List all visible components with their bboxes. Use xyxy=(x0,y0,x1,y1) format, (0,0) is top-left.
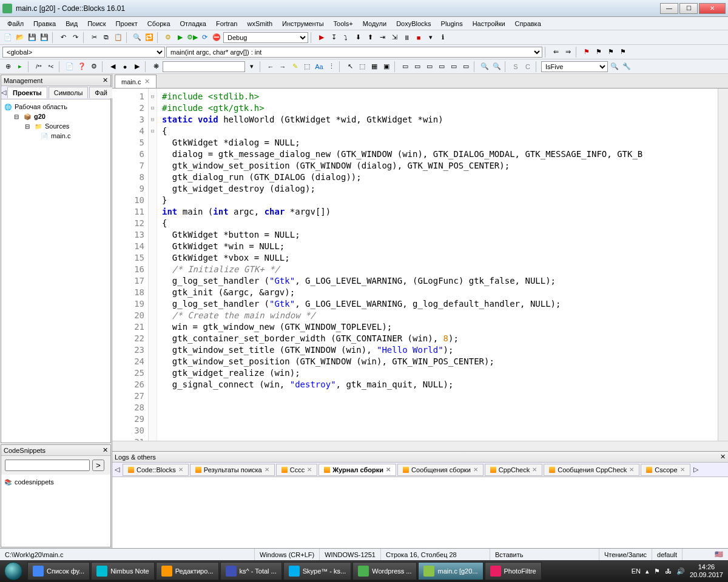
search-dd-icon[interactable]: ▾ xyxy=(246,61,257,72)
log-tab-close-icon[interactable]: ✕ xyxy=(532,466,537,473)
bookmark-next-icon[interactable]: ⚑ xyxy=(605,47,616,58)
jump-fwd-icon[interactable]: ▶ xyxy=(132,61,143,72)
expand-icon[interactable]: ⊟ xyxy=(12,112,21,121)
function-combo[interactable]: main(int argc, char* argv[]) : int xyxy=(166,47,542,58)
bookmark-clear-icon[interactable]: ⚑ xyxy=(618,47,629,58)
snippets-tree[interactable]: 📚codesnippets xyxy=(1,475,110,547)
taskbar-item[interactable]: PhotoFiltre xyxy=(485,562,542,580)
replace-icon[interactable]: 🔁 xyxy=(144,32,155,43)
menu-поиск[interactable]: Поиск xyxy=(83,18,110,29)
tray-flag-icon[interactable]: ⚑ xyxy=(654,567,660,575)
break-icon[interactable]: ⏸ xyxy=(401,32,412,43)
comment-block-icon[interactable]: /** xyxy=(33,61,44,72)
tray-lang[interactable]: EN xyxy=(632,567,641,575)
snippets-search-input[interactable] xyxy=(5,460,90,471)
menu-tools+[interactable]: Tools+ xyxy=(329,18,358,29)
redo-icon[interactable]: ↷ xyxy=(70,32,81,43)
run-icon[interactable]: ▶ xyxy=(175,32,186,43)
grid-icon[interactable]: ▦ xyxy=(369,61,380,72)
s-icon[interactable]: S xyxy=(510,61,521,72)
menu-проект[interactable]: Проект xyxy=(111,18,143,29)
taskbar-item[interactable]: Nimbus Note xyxy=(91,562,155,580)
debug-stop-icon[interactable]: ■ xyxy=(413,32,424,43)
tab-close-icon[interactable]: ✕ xyxy=(144,78,150,85)
hl-select-icon[interactable]: ⬚ xyxy=(302,61,312,72)
code-area[interactable]: #include <stdlib.h>#include <gtk/gtk.h>s… xyxy=(157,89,718,441)
taskbar-item[interactable]: Редактиро... xyxy=(156,562,219,580)
taskbar-item[interactable]: main.c [g20... xyxy=(418,562,483,580)
tray-up-icon[interactable]: ▴ xyxy=(645,567,649,575)
save-all-icon[interactable]: 💾 xyxy=(39,32,50,43)
zoom-in-icon[interactable]: 🔍 xyxy=(491,61,502,72)
undo-icon[interactable]: ↶ xyxy=(58,32,69,43)
tray-vol-icon[interactable]: 🔊 xyxy=(676,567,685,575)
taskbar-item[interactable]: Список фу... xyxy=(27,562,90,580)
menu-справка[interactable]: Справка xyxy=(510,18,546,29)
log-tab-3[interactable]: Журнал сборки✕ xyxy=(318,464,396,476)
menu-doxyblocks[interactable]: DoxyBlocks xyxy=(391,18,436,29)
next-line-icon[interactable]: ⤵ xyxy=(340,32,351,43)
menu-инструменты[interactable]: Инструменты xyxy=(277,18,329,29)
tree-file[interactable]: main.c xyxy=(51,132,70,139)
doxy-cfg-icon[interactable]: ⚙ xyxy=(89,61,99,72)
vertical-scrollbar[interactable] xyxy=(718,89,728,441)
menu-правка[interactable]: Правка xyxy=(29,18,61,29)
build-target-combo[interactable]: Debug xyxy=(223,32,308,43)
taskbar-item[interactable]: Wordpress ... xyxy=(352,562,417,580)
align-m-icon[interactable]: ▭ xyxy=(448,61,459,72)
menu-модули[interactable]: Модули xyxy=(358,18,391,29)
menu-fortran[interactable]: Fortran xyxy=(211,18,242,29)
opts-icon[interactable]: 🔧 xyxy=(621,61,632,72)
c-icon[interactable]: C xyxy=(522,61,533,72)
new-file-icon[interactable]: 📄 xyxy=(2,32,13,43)
tree-project[interactable]: g20 xyxy=(34,113,46,120)
tab-projects[interactable]: Проекты xyxy=(7,87,47,98)
menu-сборка[interactable]: Сборка xyxy=(143,18,175,29)
paste-icon[interactable]: 📋 xyxy=(113,32,124,43)
tree-workspace[interactable]: Рабочая область xyxy=(15,103,67,110)
fold-column[interactable]: ⊟⊟⊟⊟ xyxy=(149,89,157,441)
nav-fwd-icon[interactable]: ⇒ xyxy=(562,47,573,58)
editor-tab-main[interactable]: main.c✕ xyxy=(115,75,157,88)
hl-prev-icon[interactable]: ← xyxy=(265,61,276,72)
cut-icon[interactable]: ✂ xyxy=(89,32,99,43)
step-into-instr-icon[interactable]: ⇲ xyxy=(389,32,400,43)
taskbar-item[interactable]: Skype™ - ks... xyxy=(283,562,352,580)
scope-combo[interactable]: <global> xyxy=(2,47,165,58)
info-icon[interactable]: ℹ xyxy=(437,32,448,43)
snippets-close-icon[interactable]: ✕ xyxy=(103,446,108,454)
zoom-out-icon[interactable]: 🔍 xyxy=(479,61,490,72)
management-close-icon[interactable]: ✕ xyxy=(103,76,108,84)
debug-run-icon[interactable]: ▶ xyxy=(316,32,327,43)
align-t-icon[interactable]: ▭ xyxy=(436,61,447,72)
open-icon[interactable]: 📂 xyxy=(15,32,25,43)
step-into-icon[interactable]: ⬇ xyxy=(352,32,363,43)
save-icon[interactable]: 💾 xyxy=(27,32,38,43)
logs-nav-left-icon[interactable]: ◁ xyxy=(112,466,122,473)
log-tab-close-icon[interactable]: ✕ xyxy=(265,466,269,473)
step-out-icon[interactable]: ⬆ xyxy=(365,32,376,43)
jump-last-icon[interactable]: ● xyxy=(120,61,130,72)
align-b-icon[interactable]: ▭ xyxy=(460,61,471,72)
log-tab-close-icon[interactable]: ✕ xyxy=(178,466,183,473)
goto-icon[interactable]: 🔍 xyxy=(609,61,620,72)
doxy-html-icon[interactable]: 📄 xyxy=(64,61,75,72)
find-icon[interactable]: 🔍 xyxy=(132,32,143,43)
menu-wxsmith[interactable]: wxSmith xyxy=(242,18,277,29)
hl-mark-icon[interactable]: ✎ xyxy=(289,61,300,72)
log-tab-close-icon[interactable]: ✕ xyxy=(307,466,312,473)
next-instr-icon[interactable]: ⇥ xyxy=(377,32,388,43)
debug-windows-icon[interactable]: ▾ xyxy=(425,32,436,43)
log-tab-close-icon[interactable]: ✕ xyxy=(680,466,685,473)
tray-clock[interactable]: 14:26 20.09.2017 xyxy=(690,563,723,579)
log-tab-5[interactable]: CppCheck✕ xyxy=(485,464,542,476)
maximize-button[interactable]: ☐ xyxy=(679,3,698,14)
tree-folder[interactable]: Sources xyxy=(45,122,69,130)
expand-icon[interactable]: ⊟ xyxy=(23,122,32,130)
tab-files[interactable]: Фай xyxy=(89,87,113,98)
log-tab-close-icon[interactable]: ✕ xyxy=(473,466,478,473)
tab-nav-left-icon[interactable]: ◁ xyxy=(1,89,6,96)
tab-symbols[interactable]: Символы xyxy=(49,87,89,98)
log-tab-close-icon[interactable]: ✕ xyxy=(386,466,391,473)
bookmark-flag-icon[interactable]: ⚑ xyxy=(581,47,592,58)
